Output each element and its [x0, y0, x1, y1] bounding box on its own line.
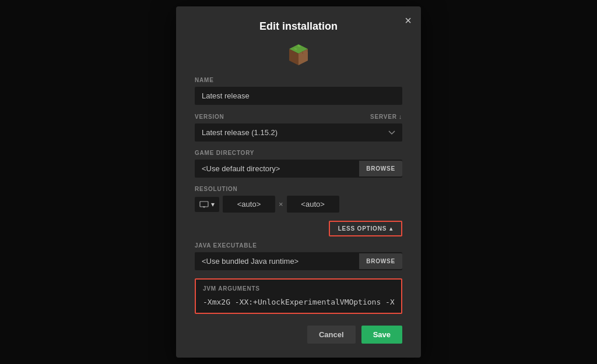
- game-directory-browse-button[interactable]: BROWSE: [359, 161, 402, 176]
- java-executable-browse-button[interactable]: BROWSE: [359, 253, 402, 269]
- server-link[interactable]: SERVER: [370, 113, 402, 120]
- svg-rect-7: [200, 202, 208, 207]
- less-options-button[interactable]: LESS OPTIONS: [329, 221, 402, 236]
- resolution-label: RESOLUTION: [195, 186, 402, 192]
- resolution-monitor-dropdown[interactable]: [195, 197, 219, 212]
- dialog-footer: Cancel Save: [195, 326, 402, 344]
- resolution-row: ×: [195, 196, 402, 213]
- java-executable-label: JAVA EXECUTABLE: [195, 242, 402, 249]
- minecraft-icon: [195, 42, 402, 68]
- java-executable-row: BROWSE: [195, 252, 402, 270]
- less-options-chevron-icon: [389, 225, 393, 232]
- server-label: SERVER: [370, 114, 397, 120]
- dialog-overlay: × Edit installation NAME: [0, 0, 597, 364]
- jvm-arguments-label: JVM ARGUMENTS: [203, 285, 394, 292]
- less-options-row: LESS OPTIONS: [195, 221, 402, 236]
- version-field-group: VERSION SERVER Latest release (1.15.2): [195, 113, 402, 142]
- jvm-arguments-section: JVM ARGUMENTS: [195, 278, 402, 314]
- less-options-label: LESS OPTIONS: [338, 225, 387, 232]
- version-select[interactable]: Latest release (1.15.2): [195, 123, 402, 142]
- java-executable-input[interactable]: [195, 252, 359, 270]
- monitor-icon: [199, 201, 209, 208]
- resolution-x-separator: ×: [279, 200, 283, 208]
- jvm-arguments-input[interactable]: [203, 298, 394, 306]
- dialog-title: Edit installation: [195, 20, 402, 33]
- save-button[interactable]: Save: [361, 326, 402, 344]
- edit-installation-dialog: × Edit installation NAME: [176, 6, 421, 358]
- game-directory-input[interactable]: [195, 160, 359, 178]
- name-label: NAME: [195, 77, 402, 83]
- resolution-group: RESOLUTION ×: [195, 186, 402, 213]
- game-directory-group: GAME DIRECTORY BROWSE: [195, 150, 402, 178]
- version-label: VERSION: [195, 114, 224, 120]
- cancel-button[interactable]: Cancel: [307, 326, 356, 344]
- resolution-width-input[interactable]: [223, 196, 275, 213]
- java-executable-group: JAVA EXECUTABLE BROWSE: [195, 242, 402, 270]
- game-directory-label: GAME DIRECTORY: [195, 150, 402, 156]
- resolution-height-input[interactable]: [287, 196, 339, 213]
- game-directory-row: BROWSE: [195, 160, 402, 178]
- monitor-chevron-icon: [211, 200, 215, 208]
- server-download-icon: [399, 113, 402, 120]
- name-field-group: NAME: [195, 77, 402, 105]
- name-input[interactable]: [195, 87, 402, 105]
- close-button[interactable]: ×: [405, 15, 412, 26]
- version-row: VERSION SERVER: [195, 113, 402, 120]
